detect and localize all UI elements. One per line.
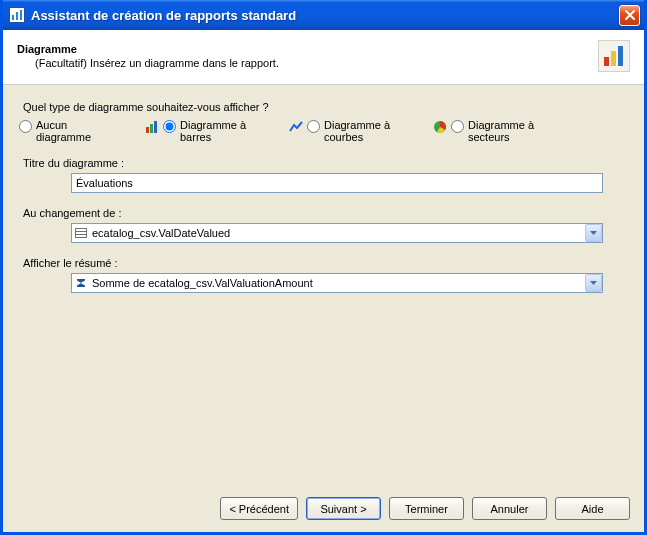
svg-rect-6 (146, 127, 149, 133)
chart-title-group: Titre du diagramme : (23, 157, 624, 193)
show-summary-combo[interactable]: Somme de ecatalog_csv.ValValuationAmount (71, 273, 603, 293)
show-summary-value: Somme de ecatalog_csv.ValValuationAmount (90, 277, 583, 289)
cancel-button[interactable]: Annuler (472, 497, 547, 520)
chart-type-radio-group: Aucun diagramme Diagramme à barres Diagr… (19, 119, 624, 143)
radio-none-input[interactable] (19, 120, 32, 133)
radio-none[interactable]: Aucun diagramme (19, 119, 114, 143)
svg-rect-10 (76, 229, 87, 238)
help-button[interactable]: Aide (555, 497, 630, 520)
wizard-body: Quel type de diagramme souhaitez-vous af… (3, 85, 644, 489)
radio-line-label: Diagramme à courbes (324, 119, 402, 143)
svg-rect-3 (604, 57, 609, 66)
page-subtitle: (Facultatif) Insérez un diagramme dans l… (17, 57, 588, 69)
chevron-down-icon (590, 231, 597, 235)
svg-rect-0 (12, 15, 14, 20)
show-summary-group: Afficher le résumé : Somme de ecatalog_c… (23, 257, 624, 293)
radio-none-label: Aucun diagramme (36, 119, 114, 143)
finish-button[interactable]: Terminer (389, 497, 464, 520)
svg-rect-2 (20, 10, 22, 20)
dropdown-arrow[interactable] (585, 224, 602, 242)
close-icon (624, 9, 636, 21)
on-change-label: Au changement de : (23, 207, 624, 219)
radio-pie[interactable]: Diagramme à secteurs (432, 119, 546, 143)
page-title: Diagramme (17, 43, 588, 55)
chevron-down-icon (590, 281, 597, 285)
field-icon (72, 224, 90, 242)
line-chart-icon (288, 119, 304, 135)
radio-bar-label: Diagramme à barres (180, 119, 258, 143)
chart-title-label: Titre du diagramme : (23, 157, 624, 169)
next-button[interactable]: Suivant > (306, 497, 381, 520)
chart-type-question: Quel type de diagramme souhaitez-vous af… (23, 101, 624, 113)
wizard-window: Assistant de création de rapports standa… (0, 0, 647, 535)
show-summary-label: Afficher le résumé : (23, 257, 624, 269)
bar-chart-icon (144, 119, 160, 135)
close-button[interactable] (619, 5, 640, 26)
svg-rect-5 (618, 46, 623, 66)
svg-rect-4 (611, 51, 616, 66)
radio-pie-label: Diagramme à secteurs (468, 119, 546, 143)
app-icon (9, 7, 25, 23)
header-text: Diagramme (Facultatif) Insérez un diagra… (17, 43, 588, 69)
radio-pie-input[interactable] (451, 120, 464, 133)
on-change-value: ecatalog_csv.ValDateValued (90, 227, 583, 239)
header-panel: Diagramme (Facultatif) Insérez un diagra… (3, 30, 644, 85)
chart-large-icon (598, 40, 630, 72)
radio-line-input[interactable] (307, 120, 320, 133)
radio-bar-input[interactable] (163, 120, 176, 133)
window-title: Assistant de création de rapports standa… (31, 8, 619, 23)
sigma-icon (72, 274, 90, 292)
wizard-footer: < Précédent Suivant > Terminer Annuler A… (3, 489, 644, 532)
pie-chart-icon (432, 119, 448, 135)
radio-bar[interactable]: Diagramme à barres (144, 119, 258, 143)
titlebar: Assistant de création de rapports standa… (3, 0, 644, 30)
svg-rect-1 (16, 12, 18, 20)
svg-rect-7 (150, 124, 153, 133)
on-change-combo[interactable]: ecatalog_csv.ValDateValued (71, 223, 603, 243)
back-button[interactable]: < Précédent (220, 497, 298, 520)
on-change-group: Au changement de : ecatalog_csv.ValDateV… (23, 207, 624, 243)
radio-line[interactable]: Diagramme à courbes (288, 119, 402, 143)
svg-rect-8 (154, 121, 157, 133)
dropdown-arrow[interactable] (585, 274, 602, 292)
chart-title-input[interactable] (71, 173, 603, 193)
